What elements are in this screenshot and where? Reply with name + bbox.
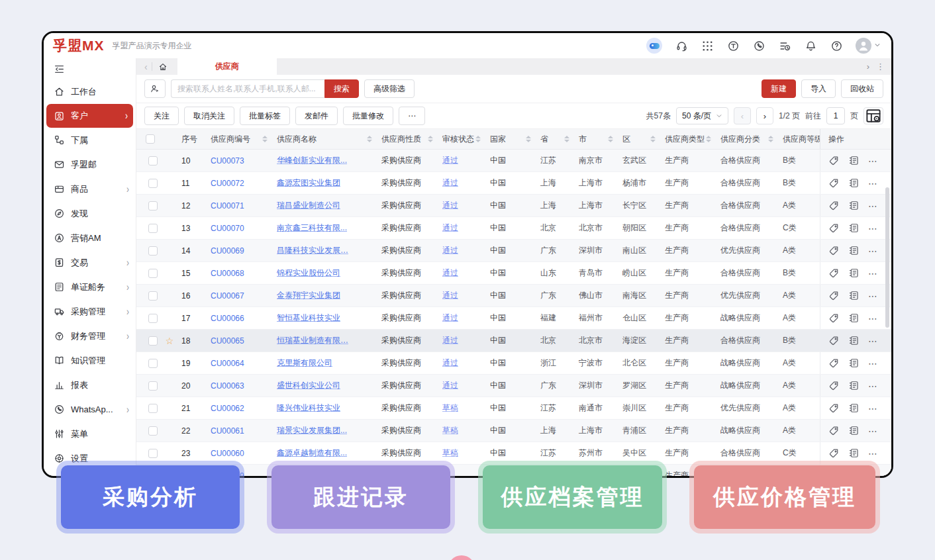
whatsapp-icon[interactable] bbox=[752, 39, 765, 52]
column-header-city[interactable]: 市 bbox=[575, 134, 618, 145]
column-header-province[interactable]: 省 bbox=[536, 134, 575, 145]
tab-suppliers[interactable]: 供应商 bbox=[177, 58, 277, 75]
action-button-3[interactable]: 发邮件 bbox=[295, 107, 338, 125]
supplier-code-link[interactable]: CU00067 bbox=[211, 291, 244, 301]
sort-icon[interactable] bbox=[564, 136, 571, 142]
import-button[interactable]: 导入 bbox=[801, 79, 836, 98]
audit-status-link[interactable]: 通过 bbox=[442, 290, 458, 301]
supplier-name-link[interactable]: 克里斯有限公司 bbox=[277, 357, 332, 369]
note-icon[interactable] bbox=[848, 447, 860, 459]
sidebar-item-marketing[interactable]: 营销AM bbox=[44, 226, 136, 250]
audit-status-link[interactable]: 草稿 bbox=[442, 425, 458, 436]
next-page-button[interactable]: › bbox=[756, 107, 773, 124]
more-actions-icon[interactable]: ⋯ bbox=[868, 156, 878, 166]
sidebar-item-trade[interactable]: 交易› bbox=[44, 250, 136, 275]
note-icon[interactable] bbox=[848, 177, 860, 189]
column-header-nature[interactable]: 供应商性质 bbox=[377, 134, 438, 145]
tag-icon[interactable] bbox=[828, 312, 840, 324]
more-actions-icon[interactable]: ⋯ bbox=[868, 426, 878, 436]
note-icon[interactable] bbox=[848, 380, 860, 391]
column-header-code[interactable]: 供应商编号 bbox=[207, 134, 273, 145]
row-checkbox[interactable] bbox=[148, 246, 158, 256]
action-button-1[interactable]: 取消关注 bbox=[184, 107, 234, 125]
supplier-name-link[interactable]: 金泰翔宇实业集团 bbox=[277, 290, 340, 301]
action-button-2[interactable]: 批量标签 bbox=[240, 107, 290, 125]
tag-icon[interactable] bbox=[828, 155, 840, 166]
supplier-name-link[interactable]: 瑞昌盛业制造公司 bbox=[277, 200, 340, 211]
supplier-code-link[interactable]: CU00060 bbox=[211, 449, 244, 458]
supplier-name-link[interactable]: 盛世科创实业公司 bbox=[277, 380, 340, 391]
user-menu[interactable] bbox=[856, 38, 881, 54]
sidebar-collapse-icon[interactable] bbox=[54, 64, 66, 75]
supplier-code-link[interactable]: CU00062 bbox=[211, 404, 244, 413]
more-actions-icon[interactable]: ⋯ bbox=[868, 381, 878, 391]
sidebar-item-compass[interactable]: 发现 bbox=[44, 201, 136, 226]
tag-icon[interactable] bbox=[828, 290, 840, 301]
row-checkbox[interactable] bbox=[148, 156, 158, 165]
tag-icon[interactable] bbox=[828, 447, 840, 459]
search-input[interactable] bbox=[171, 79, 324, 98]
tab-more-icon[interactable]: ⋮ bbox=[876, 62, 885, 71]
audit-status-link[interactable]: 通过 bbox=[442, 155, 458, 166]
row-checkbox[interactable] bbox=[148, 359, 158, 368]
search-button[interactable]: 搜索 bbox=[324, 79, 359, 98]
audit-status-link[interactable]: 通过 bbox=[442, 245, 458, 256]
supplier-code-link[interactable]: CU00063 bbox=[211, 381, 244, 391]
sidebar-item-book[interactable]: 知识管理 bbox=[44, 348, 136, 373]
row-checkbox[interactable] bbox=[148, 449, 158, 458]
row-checkbox[interactable] bbox=[148, 291, 158, 301]
tag-icon[interactable] bbox=[828, 177, 840, 189]
more-actions-icon[interactable]: ⋯ bbox=[868, 178, 878, 189]
tag-icon[interactable] bbox=[828, 335, 840, 346]
row-checkbox[interactable] bbox=[148, 404, 158, 413]
ai-assistant-icon[interactable] bbox=[646, 38, 662, 54]
note-icon[interactable] bbox=[848, 402, 860, 414]
tag-icon[interactable] bbox=[828, 425, 840, 436]
supplier-code-link[interactable]: CU00061 bbox=[211, 426, 244, 436]
row-checkbox[interactable] bbox=[148, 201, 158, 210]
audit-status-link[interactable]: 通过 bbox=[442, 357, 458, 369]
tag-icon[interactable] bbox=[828, 402, 840, 414]
column-header-name[interactable]: 供应商名称 bbox=[273, 134, 377, 145]
sidebar-item-home[interactable]: 工作台 bbox=[44, 79, 136, 104]
sort-icon[interactable] bbox=[526, 136, 532, 142]
note-icon[interactable] bbox=[848, 200, 860, 211]
row-checkbox[interactable] bbox=[148, 269, 158, 278]
home-tab-icon[interactable] bbox=[152, 62, 173, 71]
sidebar-item-shipping-doc[interactable]: 单证船务› bbox=[44, 275, 136, 299]
more-actions-icon[interactable]: ⋯ bbox=[868, 313, 878, 324]
select-all-checkbox[interactable] bbox=[146, 134, 155, 144]
sidebar-item-whatsapp[interactable]: WhatsAp...› bbox=[44, 397, 136, 422]
more-actions-icon[interactable]: ⋯ bbox=[868, 291, 878, 301]
sort-icon[interactable] bbox=[367, 136, 373, 142]
contact-picker-icon[interactable] bbox=[144, 79, 166, 98]
row-checkbox[interactable] bbox=[148, 381, 158, 391]
audit-status-link[interactable]: 草稿 bbox=[442, 447, 458, 459]
sidebar-item-chart[interactable]: 报表 bbox=[44, 373, 136, 397]
sidebar-item-org[interactable]: 下属 bbox=[44, 128, 136, 152]
audit-status-link[interactable]: 通过 bbox=[442, 200, 458, 211]
apps-grid-icon[interactable] bbox=[701, 39, 714, 52]
sort-icon[interactable] bbox=[428, 136, 434, 142]
audit-status-link[interactable]: 通过 bbox=[442, 380, 458, 391]
supplier-code-link[interactable]: CU00073 bbox=[211, 156, 244, 165]
feature-button-0[interactable]: 采购分析 bbox=[61, 465, 240, 529]
column-settings-icon[interactable] bbox=[863, 107, 883, 124]
row-checkbox[interactable] bbox=[148, 336, 158, 346]
action-button-4[interactable]: 批量修改 bbox=[343, 107, 393, 125]
help-icon[interactable] bbox=[830, 39, 843, 52]
audit-status-link[interactable]: 通过 bbox=[442, 222, 458, 234]
more-actions-icon[interactable]: ⋯ bbox=[868, 246, 878, 256]
tag-icon[interactable] bbox=[828, 245, 840, 256]
row-checkbox[interactable] bbox=[148, 314, 158, 323]
audit-status-link[interactable]: 通过 bbox=[442, 312, 458, 324]
note-icon[interactable] bbox=[848, 425, 860, 436]
letter-t-icon[interactable] bbox=[726, 39, 740, 52]
advanced-filter-button[interactable]: 高级筛选 bbox=[364, 79, 415, 98]
sidebar-item-sliders[interactable]: 菜单 bbox=[44, 422, 136, 446]
column-header-district[interactable]: 区 bbox=[618, 134, 661, 145]
row-checkbox[interactable] bbox=[148, 426, 158, 436]
sort-icon[interactable] bbox=[262, 136, 269, 142]
supplier-name-link[interactable]: 恒瑞基业制造有限… bbox=[277, 335, 348, 346]
supplier-name-link[interactable]: 华峰创新实业有限... bbox=[277, 155, 347, 166]
